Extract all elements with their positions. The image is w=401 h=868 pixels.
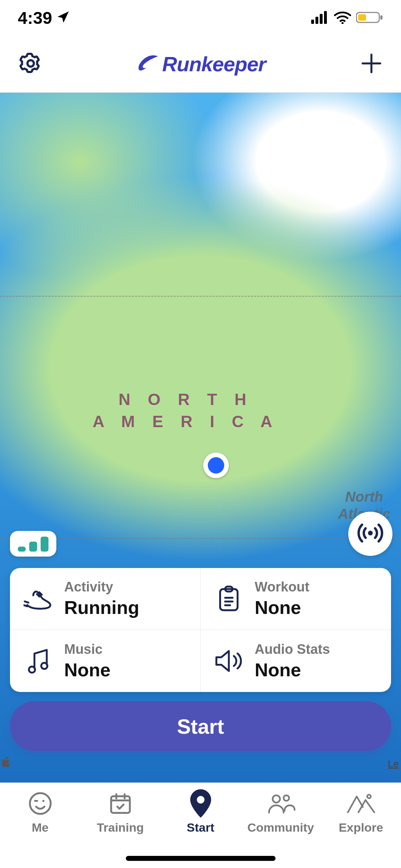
workout-value: None [255, 597, 309, 618]
plus-icon [360, 70, 383, 76]
mountains-icon [346, 791, 376, 816]
svg-point-20 [367, 795, 371, 798]
start-button-label: Start [177, 714, 224, 738]
svg-point-8 [27, 60, 34, 67]
map-pin-icon [189, 791, 212, 816]
music-label: Music [64, 642, 110, 657]
svg-point-4 [341, 22, 344, 24]
svg-point-19 [283, 795, 289, 801]
status-bar: 4:39 [0, 0, 401, 36]
people-icon [266, 791, 295, 816]
workout-label: Workout [255, 579, 309, 595]
tab-me[interactable]: Me [0, 791, 80, 835]
screen: 4:39 [0, 0, 401, 868]
tab-community[interactable]: Community [241, 791, 321, 835]
svg-point-13 [41, 663, 47, 669]
smile-icon [28, 791, 53, 816]
activity-option[interactable]: Activity Running [10, 568, 201, 630]
map-graticule-line [0, 296, 401, 297]
svg-point-17 [197, 796, 204, 804]
continent-line-1: N O R T H [93, 388, 279, 410]
live-tracking-button[interactable] [348, 512, 392, 556]
nav-bar: Runkeeper [0, 36, 401, 93]
map-graticule-line [0, 538, 401, 539]
status-time: 4:39 [18, 8, 52, 28]
gps-bar-icon [18, 547, 26, 552]
brand-logo: Runkeeper [137, 52, 266, 76]
svg-rect-0 [311, 20, 314, 24]
music-note-icon [23, 647, 53, 675]
gps-bar-icon [41, 537, 48, 552]
map-area[interactable]: N O R T H A M E R I C A North Atlantic [0, 93, 401, 782]
add-button[interactable] [360, 52, 383, 77]
clipboard-icon [214, 585, 244, 613]
status-right [311, 8, 383, 28]
audio-stats-label: Audio Stats [255, 642, 330, 657]
cellular-signal-icon [311, 8, 329, 28]
wifi-icon [334, 8, 351, 28]
workout-options-card: Activity Running Workout None [10, 568, 391, 692]
map-attribution-legal[interactable]: Le [388, 758, 399, 770]
activity-label: Activity [64, 579, 139, 595]
tab-community-label: Community [247, 821, 314, 835]
svg-point-12 [29, 667, 35, 673]
location-dot-icon [208, 457, 224, 474]
nav-title: Runkeeper [43, 52, 360, 76]
music-value: None [64, 659, 110, 681]
broadcast-icon [356, 519, 385, 549]
svg-point-15 [42, 800, 44, 802]
status-left: 4:39 [18, 8, 71, 28]
tab-start[interactable]: Start [160, 791, 241, 835]
tab-explore-label: Explore [339, 821, 383, 835]
tab-me-label: Me [32, 821, 48, 835]
tab-start-label: Start [187, 821, 214, 835]
battery-icon [356, 8, 383, 28]
current-location-marker [203, 453, 229, 478]
settings-button[interactable] [18, 51, 43, 78]
svg-rect-1 [315, 17, 318, 24]
calendar-check-icon [108, 791, 133, 816]
tab-explore[interactable]: Explore [321, 791, 401, 835]
gps-signal-indicator[interactable] [10, 531, 56, 557]
home-indicator[interactable] [126, 856, 276, 861]
audio-stats-value: None [255, 659, 330, 681]
svg-rect-7 [380, 15, 382, 20]
map-continent-label: N O R T H A M E R I C A [93, 388, 279, 433]
tab-training[interactable]: Training [80, 791, 160, 835]
svg-rect-6 [358, 14, 366, 21]
location-arrow-icon [56, 8, 71, 28]
continent-line-2: A M E R I C A [93, 410, 279, 433]
svg-point-18 [272, 795, 280, 803]
svg-point-14 [30, 793, 50, 814]
gps-bar-icon [29, 542, 37, 552]
ocean-line-1: North [338, 488, 390, 505]
activity-value: Running [64, 597, 139, 618]
tab-bar: Me Training Start [0, 782, 401, 868]
svg-rect-16 [111, 796, 130, 813]
map-attribution-apple [2, 757, 11, 768]
svg-rect-3 [324, 11, 327, 24]
running-shoe-icon [23, 587, 53, 611]
start-button[interactable]: Start [10, 701, 391, 751]
audio-stats-option[interactable]: Audio Stats None [201, 630, 391, 692]
brand-text: Runkeeper [162, 52, 266, 76]
svg-rect-2 [320, 14, 323, 24]
music-option[interactable]: Music None [10, 630, 201, 692]
gear-icon [18, 71, 43, 77]
svg-point-9 [368, 531, 372, 535]
tab-training-label: Training [97, 821, 144, 835]
speaker-icon [214, 650, 244, 672]
workout-option[interactable]: Workout None [201, 568, 391, 630]
asics-swirl-icon [137, 52, 160, 76]
